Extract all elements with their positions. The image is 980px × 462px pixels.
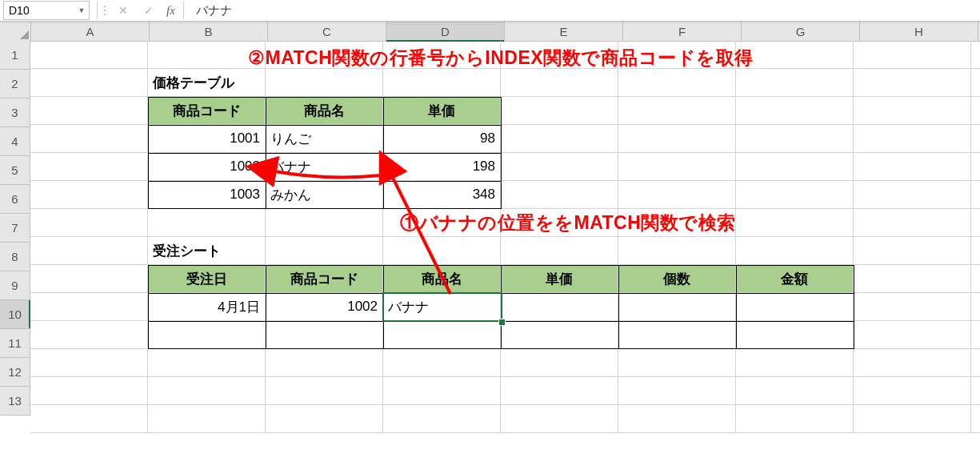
grid-cell[interactable] — [618, 97, 736, 125]
grid-cell[interactable] — [854, 69, 971, 97]
grid-cell[interactable] — [736, 153, 854, 181]
grid-cell[interactable] — [971, 181, 980, 209]
col-header-G[interactable]: G — [742, 22, 860, 41]
grid-cell[interactable] — [501, 293, 618, 321]
grid-cell[interactable] — [736, 125, 854, 153]
grid-cell[interactable] — [971, 237, 980, 265]
formula-cancel-button[interactable]: ✕ — [110, 2, 136, 19]
grid-cell[interactable] — [266, 125, 383, 153]
grid-cell[interactable] — [383, 125, 501, 153]
name-box-dropdown-icon[interactable]: ▼ — [76, 5, 87, 16]
grid-cell[interactable] — [30, 209, 148, 237]
grid-cell[interactable] — [148, 321, 266, 349]
col-header-B[interactable]: B — [150, 22, 268, 41]
grid-cell[interactable] — [266, 69, 383, 97]
col-header-A[interactable]: A — [31, 22, 150, 41]
grid-cell[interactable] — [501, 153, 618, 181]
grid-cell[interactable] — [266, 293, 383, 321]
grid-cell[interactable] — [148, 181, 266, 209]
grid-cell[interactable] — [618, 69, 736, 97]
grid-cell[interactable] — [854, 293, 971, 321]
grid-cell[interactable] — [30, 69, 148, 97]
col-header-E[interactable]: E — [505, 22, 623, 41]
grid-cell[interactable] — [383, 321, 501, 349]
spreadsheet-grid[interactable]: A B C D E F G H I 1 2 3 4 5 6 7 8 9 10 1… — [0, 22, 980, 42]
grid-cell[interactable] — [266, 321, 383, 349]
col-header-C[interactable]: C — [268, 22, 386, 41]
grid-cell[interactable] — [501, 97, 618, 125]
col-header-F[interactable]: F — [623, 22, 742, 41]
grid-cell[interactable] — [854, 41, 971, 69]
grid-cell[interactable] — [736, 377, 854, 405]
grid-cell[interactable] — [383, 153, 501, 181]
grid-cell[interactable] — [854, 321, 971, 349]
grid-cell[interactable] — [383, 181, 501, 209]
grid-cell[interactable] — [736, 293, 854, 321]
grid-cell[interactable] — [501, 377, 618, 405]
grid-cell[interactable] — [501, 405, 618, 433]
grid-cell[interactable] — [854, 97, 971, 125]
resize-handle-icon[interactable] — [101, 6, 109, 15]
grid-cell[interactable] — [383, 97, 501, 125]
grid-cell[interactable] — [148, 293, 266, 321]
grid-cell[interactable] — [971, 377, 980, 405]
grid-cell[interactable] — [618, 41, 736, 69]
grid-cell[interactable] — [383, 293, 501, 321]
grid-cell[interactable] — [501, 181, 618, 209]
grid-cell[interactable] — [148, 265, 266, 293]
grid-cell[interactable] — [30, 321, 148, 349]
row-header[interactable]: 12 — [0, 358, 30, 387]
row-header[interactable]: 1 — [0, 41, 30, 70]
grid-cell[interactable] — [971, 209, 980, 237]
grid-cell[interactable] — [383, 237, 501, 265]
grid-cell[interactable] — [501, 265, 618, 293]
grid-cell[interactable] — [618, 377, 736, 405]
row-header[interactable]: 5 — [0, 156, 30, 185]
grid-cell[interactable] — [30, 293, 148, 321]
grid-cell[interactable] — [971, 97, 980, 125]
grid-cell[interactable] — [854, 349, 971, 377]
grid-cell[interactable] — [30, 405, 148, 433]
grid-cell[interactable] — [30, 97, 148, 125]
grid-cell[interactable] — [854, 265, 971, 293]
grid-cell[interactable] — [971, 321, 980, 349]
row-header[interactable]: 4 — [0, 127, 30, 156]
col-header-H[interactable]: H — [860, 22, 978, 41]
grid-cell[interactable] — [266, 237, 383, 265]
grid-cell[interactable] — [736, 41, 854, 69]
row-header[interactable]: 13 — [0, 387, 30, 416]
grid-cell[interactable] — [854, 209, 971, 237]
grid-cell[interactable] — [971, 293, 980, 321]
grid-cell[interactable] — [501, 237, 618, 265]
grid-cell[interactable] — [148, 377, 266, 405]
grid-cell[interactable] — [148, 125, 266, 153]
grid-cell[interactable] — [736, 181, 854, 209]
grid-cell[interactable] — [736, 237, 854, 265]
grid-cell[interactable] — [501, 69, 618, 97]
grid-cell[interactable] — [30, 237, 148, 265]
grid-cell[interactable] — [148, 237, 266, 265]
row-header[interactable]: 7 — [0, 214, 30, 243]
grid-cell[interactable] — [618, 125, 736, 153]
grid-cell[interactable] — [618, 405, 736, 433]
grid-cell[interactable] — [736, 209, 854, 237]
grid-cell[interactable] — [971, 265, 980, 293]
grid-cell[interactable] — [971, 153, 980, 181]
grid-cell[interactable] — [618, 293, 736, 321]
grid-cell[interactable] — [618, 237, 736, 265]
grid-cell[interactable] — [266, 97, 383, 125]
grid-cell[interactable] — [618, 209, 736, 237]
grid-cell[interactable] — [266, 41, 383, 69]
grid-cell[interactable] — [30, 349, 148, 377]
grid-cell[interactable] — [30, 153, 148, 181]
col-header-D[interactable]: D — [386, 22, 505, 41]
formula-input[interactable] — [188, 0, 980, 22]
grid-cell[interactable] — [266, 181, 383, 209]
grid-cell[interactable] — [266, 153, 383, 181]
grid-cell[interactable] — [383, 405, 501, 433]
name-box[interactable]: D10 ▼ — [3, 1, 90, 20]
grid-cell[interactable] — [736, 69, 854, 97]
formula-enter-button[interactable]: ✓ — [136, 2, 162, 19]
grid-cell[interactable] — [971, 125, 980, 153]
grid-cell[interactable] — [383, 265, 501, 293]
